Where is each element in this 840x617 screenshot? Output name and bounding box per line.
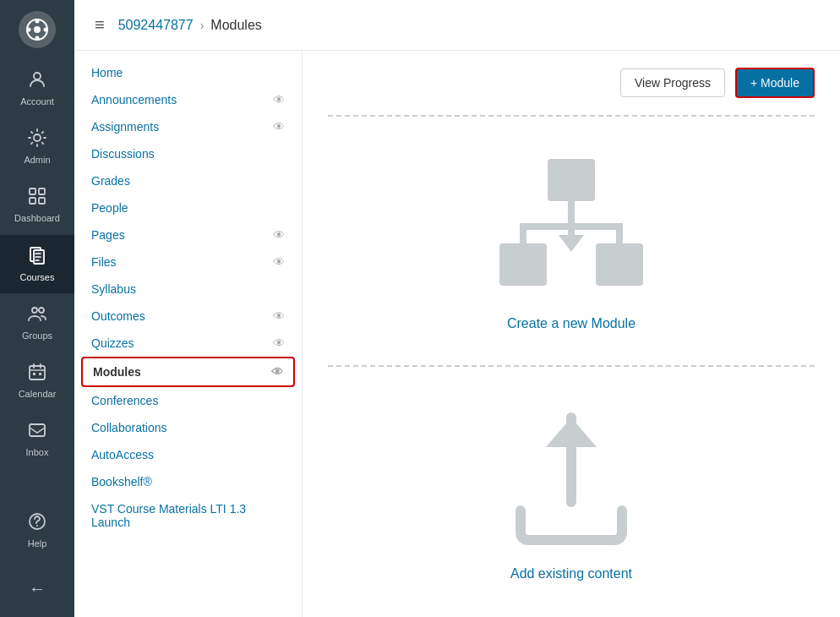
- svg-point-14: [32, 308, 37, 313]
- account-label: Account: [20, 96, 54, 107]
- nav-item-home[interactable]: Home: [74, 59, 302, 86]
- nav-item-bookshelf[interactable]: Bookshelf®: [74, 468, 302, 495]
- eye-icon-outcomes: 👁: [273, 309, 285, 323]
- svg-rect-23: [499, 243, 547, 286]
- svg-rect-9: [39, 188, 45, 194]
- breadcrumb: 5092447877 › Modules: [118, 18, 262, 33]
- create-module-icon: [487, 150, 656, 303]
- nav-item-people[interactable]: People: [74, 194, 302, 221]
- inbox-icon: [27, 420, 47, 444]
- dashboard-icon: [27, 186, 47, 210]
- svg-point-7: [34, 134, 41, 141]
- add-module-label: + Module: [750, 76, 799, 90]
- eye-icon-announcements: 👁: [273, 93, 285, 106]
- sidebar-item-calendar[interactable]: Calendar: [0, 352, 74, 410]
- sidebar-item-groups[interactable]: Groups: [0, 293, 74, 352]
- svg-rect-18: [39, 373, 41, 375]
- nav-item-quizzes[interactable]: Quizzes 👁: [74, 330, 302, 357]
- nav-label-announcements: Announcements: [91, 93, 177, 106]
- svg-point-6: [34, 73, 41, 79]
- svg-rect-17: [33, 373, 35, 375]
- svg-point-2: [35, 19, 40, 24]
- breadcrumb-separator: ›: [200, 19, 205, 32]
- nav-item-autoaccess[interactable]: AutoAccess: [74, 441, 302, 468]
- breadcrumb-course-link[interactable]: 5092447877: [118, 18, 194, 33]
- nav-item-conferences[interactable]: Conferences: [74, 387, 302, 414]
- app-logo[interactable]: [0, 0, 74, 59]
- help-icon: [27, 511, 47, 535]
- collapse-icon: ←: [29, 580, 46, 597]
- nav-item-syllabus[interactable]: Syllabus: [74, 276, 302, 303]
- groups-icon: [27, 303, 47, 327]
- sidebar: Account Admin Dashboard: [0, 0, 74, 617]
- eye-icon-assignments: 👁: [273, 120, 285, 134]
- svg-point-5: [44, 28, 48, 32]
- nav-item-outcomes[interactable]: Outcomes 👁: [74, 303, 302, 330]
- nav-item-collaborations[interactable]: Collaborations: [74, 414, 302, 441]
- nav-label-assignments: Assignments: [91, 120, 159, 134]
- nav-label-home: Home: [91, 66, 123, 79]
- nav-item-discussions[interactable]: Discussions: [74, 140, 302, 167]
- sidebar-item-courses[interactable]: Courses: [0, 235, 74, 293]
- courses-label: Courses: [20, 272, 55, 283]
- svg-rect-24: [596, 243, 643, 286]
- topbar: ≡ 5092447877 › Modules: [74, 0, 840, 51]
- nav-label-bookshelf: Bookshelf®: [91, 475, 152, 489]
- admin-icon: [27, 128, 47, 151]
- nav-label-conferences: Conferences: [91, 394, 158, 407]
- nav-label-modules: Modules: [93, 365, 141, 379]
- nav-item-modules[interactable]: Modules 👁: [81, 357, 295, 387]
- nav-label-outcomes: Outcomes: [91, 309, 145, 323]
- sidebar-item-admin[interactable]: Admin: [0, 117, 74, 176]
- help-label: Help: [28, 538, 47, 549]
- eye-icon-files: 👁: [273, 255, 285, 269]
- page-header: View Progress + Module: [328, 68, 815, 98]
- nav-label-syllabus: Syllabus: [91, 282, 136, 296]
- calendar-label: Calendar: [19, 389, 57, 400]
- nav-label-quizzes: Quizzes: [91, 336, 134, 350]
- svg-point-4: [27, 28, 31, 32]
- main-content: ≡ 5092447877 › Modules Home Announcement…: [74, 0, 840, 617]
- eye-icon-quizzes: 👁: [273, 336, 285, 350]
- svg-rect-19: [30, 424, 45, 436]
- sidebar-item-account[interactable]: Account: [0, 59, 74, 117]
- sidebar-item-inbox[interactable]: Inbox: [0, 410, 74, 468]
- sidebar-collapse-button[interactable]: ←: [0, 560, 74, 617]
- add-content-icon: [504, 401, 639, 553]
- svg-rect-22: [548, 159, 595, 201]
- eye-icon-modules: 👁: [271, 365, 283, 379]
- calendar-icon: [27, 362, 47, 385]
- dashboard-label: Dashboard: [14, 213, 60, 224]
- create-module-section: Create a new Module: [328, 115, 815, 365]
- hamburger-button[interactable]: ≡: [91, 12, 108, 38]
- nav-item-pages[interactable]: Pages 👁: [74, 221, 302, 248]
- logo-icon: [19, 11, 56, 48]
- nav-label-vst: VST Course Materials LTI 1.3 Launch: [91, 502, 285, 529]
- groups-label: Groups: [22, 330, 52, 341]
- add-module-button[interactable]: + Module: [735, 68, 815, 98]
- content-area: Home Announcements 👁 Assignments 👁 Discu…: [74, 51, 840, 617]
- nav-item-grades[interactable]: Grades: [74, 167, 302, 194]
- svg-rect-16: [30, 366, 45, 379]
- create-module-link[interactable]: Create a new Module: [507, 316, 635, 331]
- nav-label-autoaccess: AutoAccess: [91, 448, 154, 461]
- svg-point-15: [39, 308, 44, 313]
- nav-item-vst[interactable]: VST Course Materials LTI 1.3 Launch: [74, 495, 302, 536]
- inbox-label: Inbox: [26, 447, 49, 458]
- nav-label-collaborations: Collaborations: [91, 421, 167, 434]
- svg-point-1: [34, 26, 41, 33]
- nav-label-files: Files: [91, 255, 117, 269]
- svg-rect-10: [30, 198, 35, 204]
- view-progress-button[interactable]: View Progress: [620, 68, 725, 97]
- add-content-link[interactable]: Add existing content: [510, 566, 632, 582]
- svg-rect-8: [30, 188, 35, 194]
- nav-item-announcements[interactable]: Announcements 👁: [74, 86, 302, 113]
- nav-label-people: People: [91, 201, 128, 215]
- sidebar-item-help[interactable]: Help: [0, 501, 74, 560]
- nav-item-files[interactable]: Files 👁: [74, 248, 302, 276]
- eye-icon-pages: 👁: [273, 228, 285, 242]
- nav-label-grades: Grades: [91, 174, 130, 188]
- sidebar-item-dashboard[interactable]: Dashboard: [0, 176, 74, 234]
- breadcrumb-current: Modules: [210, 18, 261, 33]
- nav-item-assignments[interactable]: Assignments 👁: [74, 113, 302, 140]
